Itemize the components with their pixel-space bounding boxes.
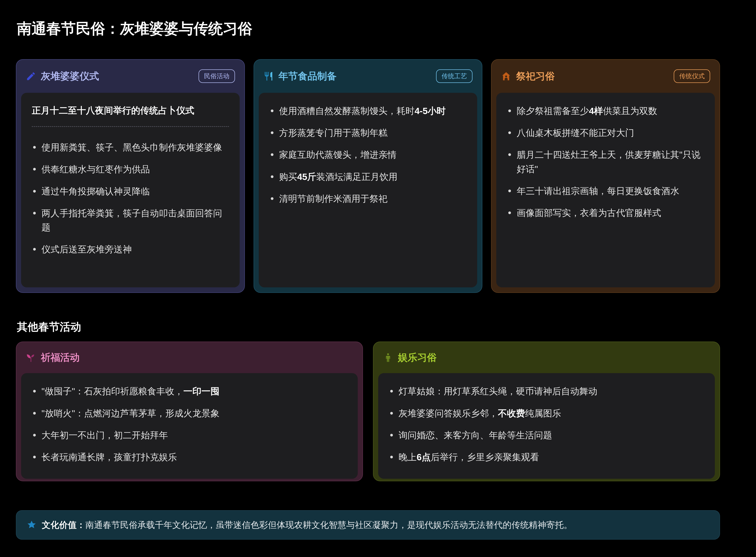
category-badge: 传统仪式 (674, 69, 710, 83)
list-item: 仪式后送至灰堆旁送神 (32, 242, 229, 257)
bullet-list: 灯草姑娘：用灯草系红头绳，硬币请神后自动舞动灰堆婆婆问答娱乐乡邻，不收费纯属图乐… (389, 384, 704, 464)
pen-icon (26, 71, 36, 81)
bullet-list: 使用酒糟自然发酵蒸制馒头，耗时4-5小时方形蒸笼专门用于蒸制年糕家庭互助代蒸馒头… (270, 104, 467, 206)
card-body: "做囤子"：石灰拍印祈愿粮食丰收，一印一囤"放哨火"：点燃河边芦苇茅草，形成火龙… (21, 373, 358, 478)
list-item: 购买45斤装酒坛满足正月饮用 (270, 170, 467, 184)
list-item: 八仙桌木板拼缝不能正对大门 (507, 126, 704, 140)
other-activities-card-row: 祈福活动 "做囤子"：石灰拍印祈愿粮食丰收，一印一囤"放哨火"：点燃河边芦苇茅草… (16, 342, 720, 481)
card-blessing-activities: 祈福活动 "做囤子"：石灰拍印祈愿粮食丰收，一印一囤"放哨火"：点燃河边芦苇茅草… (16, 342, 363, 481)
list-item: "放哨火"：点燃河边芦苇茅草，形成火龙景象 (32, 406, 347, 420)
dashed-divider (32, 126, 229, 127)
card-body: 灯草姑娘：用灯草系红头绳，硬币请神后自动舞动灰堆婆婆问答娱乐乡邻，不收费纯属图乐… (378, 373, 715, 478)
category-badge: 民俗活动 (199, 69, 235, 83)
list-item: 年三十请出祖宗画轴，每日更换饭食酒水 (507, 184, 704, 198)
list-item: "做囤子"：石灰拍印祈愿粮食丰收，一印一囤 (32, 384, 347, 398)
fork-knife-icon (263, 71, 274, 81)
card-festival-food: 年节食品制备 传统工艺 使用酒糟自然发酵蒸制馒头，耗时4-5小时方形蒸笼专门用于… (254, 59, 482, 293)
card-intro: 正月十二至十八夜间举行的传统占卜仪式 (32, 104, 229, 117)
page-title: 南通春节民俗：灰堆婆婆与传统习俗 (17, 20, 720, 37)
card-header: 祈福活动 (17, 342, 362, 373)
card-entertainment-customs: 娱乐习俗 灯草姑娘：用灯草系红头绳，硬币请神后自动舞动灰堆婆婆问答娱乐乡邻，不收… (373, 342, 720, 481)
card-header: 年节食品制备 传统工艺 (254, 60, 482, 93)
bullet-list: "做囤子"：石灰拍印祈愿粮食丰收，一印一囤"放哨火"：点燃河边芦苇茅草，形成火龙… (32, 384, 347, 464)
card-body: 除夕祭祖需备至少4样供菜且为双数八仙桌木板拼缝不能正对大门腊月二十四送灶王爷上天… (496, 93, 715, 287)
list-item: 通过牛角投掷确认神灵降临 (32, 184, 229, 199)
list-item: 清明节前制作米酒用于祭祀 (270, 192, 467, 206)
page: 南通春节民俗：灰堆婆婆与传统习俗 灰堆婆婆仪式 民俗活动 正月十二至十八夜间举行… (0, 0, 756, 557)
card-body: 正月十二至十八夜间举行的传统占卜仪式 使用新粪箕、筷子、黑色头巾制作灰堆婆婆像供… (21, 93, 240, 287)
list-item: 腊月二十四送灶王爷上天，供麦芽糖让其"只说好话" (507, 148, 704, 176)
card-title: 娱乐习俗 (398, 351, 710, 364)
card-huidui-ritual: 灰堆婆婆仪式 民俗活动 正月十二至十八夜间举行的传统占卜仪式 使用新粪箕、筷子、… (16, 59, 245, 293)
list-item: 大年初一不出门，初二开始拜年 (32, 428, 347, 442)
cultural-value-text: 文化价值：南通春节民俗承载千年文化记忆，虽带迷信色彩但体现农耕文化智慧与社区凝聚… (42, 519, 572, 531)
person-icon (383, 352, 393, 363)
list-item: 除夕祭祖需备至少4样供菜且为双数 (507, 104, 704, 118)
list-item: 方形蒸笼专门用于蒸制年糕 (270, 126, 467, 140)
list-item: 两人手指托举粪箕，筷子自动叩击桌面回答问题 (32, 206, 229, 235)
cultural-value-banner: 文化价值：南通春节民俗承载千年文化记忆，虽带迷信色彩但体现农耕文化智慧与社区凝聚… (16, 510, 720, 539)
card-header: 祭祀习俗 传统仪式 (492, 60, 720, 93)
list-item: 灯草姑娘：用灯草系红头绳，硬币请神后自动舞动 (389, 384, 704, 398)
list-item: 长者玩南通长牌，孩童打扑克娱乐 (32, 450, 347, 464)
cultural-value-label: 文化价值： (42, 520, 85, 530)
customs-card-row: 灰堆婆婆仪式 民俗活动 正月十二至十八夜间举行的传统占卜仪式 使用新粪箕、筷子、… (16, 59, 720, 293)
card-title: 年节食品制备 (279, 70, 431, 83)
list-item: 灰堆婆婆问答娱乐乡邻，不收费纯属图乐 (389, 406, 704, 420)
cultural-value-body: 南通春节民俗承载千年文化记忆，虽带迷信色彩但体现农耕文化智慧与社区凝聚力，是现代… (85, 520, 572, 530)
section-title-other-activities: 其他春节活动 (17, 320, 720, 333)
card-sacrifice-customs: 祭祀习俗 传统仪式 除夕祭祖需备至少4样供菜且为双数八仙桌木板拼缝不能正对大门腊… (491, 59, 720, 293)
card-title: 祈福活动 (41, 351, 353, 364)
category-badge: 传统工艺 (436, 69, 473, 83)
card-body: 使用酒糟自然发酵蒸制馒头，耗时4-5小时方形蒸笼专门用于蒸制年糕家庭互助代蒸馒头… (259, 93, 477, 287)
list-item: 使用新粪箕、筷子、黑色头巾制作灰堆婆婆像 (32, 140, 229, 154)
bullet-list: 除夕祭祖需备至少4样供菜且为双数八仙桌木板拼缝不能正对大门腊月二十四送灶王爷上天… (507, 104, 704, 220)
card-header: 娱乐习俗 (373, 342, 720, 373)
list-item: 询问婚恋、来客方向、年龄等生活问题 (389, 428, 704, 442)
card-title: 灰堆婆婆仪式 (41, 70, 194, 83)
house-person-icon (501, 71, 511, 81)
list-item: 供奉红糖水与红枣作为供品 (32, 162, 229, 176)
bullet-list: 使用新粪箕、筷子、黑色头巾制作灰堆婆婆像供奉红糖水与红枣作为供品通过牛角投掷确认… (32, 140, 229, 257)
list-item: 使用酒糟自然发酵蒸制馒头，耗时4-5小时 (270, 104, 467, 118)
card-header: 灰堆婆婆仪式 民俗活动 (17, 60, 244, 93)
card-title: 祭祀习俗 (516, 70, 669, 83)
list-item: 家庭互助代蒸馒头，增进亲情 (270, 148, 467, 162)
list-item: 画像面部写实，衣着为古代官服样式 (507, 206, 704, 220)
star-icon (27, 520, 36, 530)
sprout-icon (26, 352, 36, 363)
list-item: 晚上6点后举行，乡里乡亲聚集观看 (389, 450, 704, 464)
